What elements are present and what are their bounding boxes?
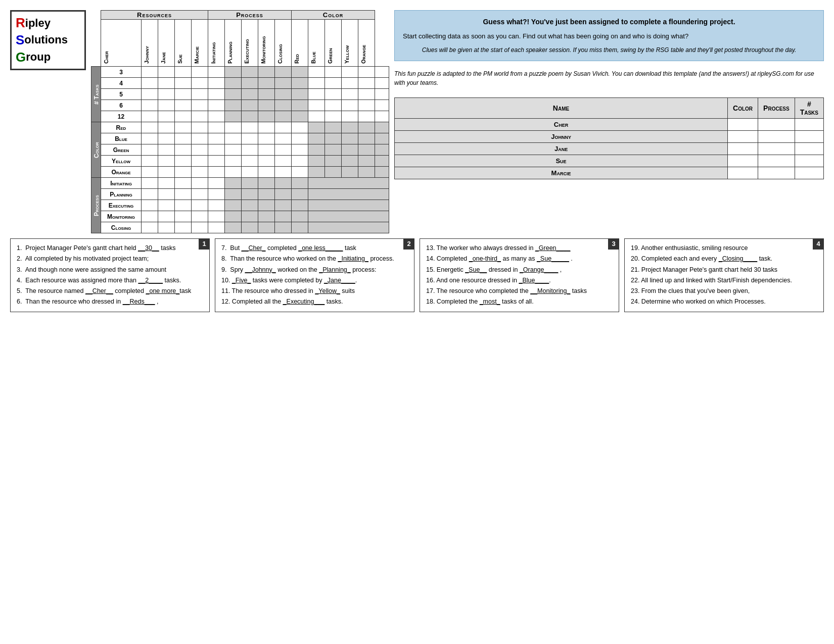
cell[interactable] bbox=[175, 133, 192, 144]
cell[interactable] bbox=[192, 89, 208, 100]
ans-color-sue[interactable] bbox=[728, 155, 758, 167]
cell[interactable] bbox=[142, 144, 158, 156]
cell[interactable] bbox=[208, 178, 225, 189]
cell[interactable] bbox=[158, 133, 175, 144]
cell[interactable] bbox=[242, 122, 258, 133]
cell[interactable] bbox=[175, 167, 192, 178]
cell[interactable] bbox=[275, 144, 292, 156]
cell[interactable] bbox=[158, 122, 175, 133]
ans-process-jane[interactable] bbox=[758, 142, 795, 155]
ans-color-cher[interactable] bbox=[728, 118, 758, 130]
cell[interactable] bbox=[358, 111, 375, 122]
cell[interactable] bbox=[142, 211, 158, 222]
cell[interactable] bbox=[175, 122, 192, 133]
cell[interactable] bbox=[192, 78, 208, 89]
cell[interactable] bbox=[158, 111, 175, 122]
cell[interactable] bbox=[192, 122, 208, 133]
cell[interactable] bbox=[325, 89, 342, 100]
cell[interactable] bbox=[158, 78, 175, 89]
cell[interactable] bbox=[158, 189, 175, 200]
cell[interactable] bbox=[242, 167, 258, 178]
cell[interactable] bbox=[192, 211, 208, 222]
ans-tasks-johnny[interactable] bbox=[795, 130, 823, 142]
cell[interactable] bbox=[342, 78, 358, 89]
cell[interactable] bbox=[308, 78, 325, 89]
cell[interactable] bbox=[375, 67, 389, 78]
cell[interactable] bbox=[175, 178, 192, 189]
cell[interactable] bbox=[158, 178, 175, 189]
cell[interactable] bbox=[208, 89, 225, 100]
cell[interactable] bbox=[292, 156, 308, 167]
cell[interactable] bbox=[242, 144, 258, 156]
cell[interactable] bbox=[142, 122, 158, 133]
cell[interactable] bbox=[192, 133, 208, 144]
cell[interactable] bbox=[142, 100, 158, 111]
cell[interactable] bbox=[275, 133, 292, 144]
cell[interactable] bbox=[258, 144, 275, 156]
cell[interactable] bbox=[208, 133, 225, 144]
cell[interactable] bbox=[175, 100, 192, 111]
ans-process-marcie[interactable] bbox=[758, 167, 795, 179]
cell[interactable] bbox=[158, 89, 175, 100]
cell[interactable] bbox=[142, 89, 158, 100]
cell[interactable] bbox=[175, 211, 192, 222]
cell[interactable] bbox=[242, 133, 258, 144]
cell[interactable] bbox=[192, 200, 208, 211]
cell[interactable] bbox=[375, 89, 389, 100]
cell[interactable] bbox=[175, 67, 192, 78]
cell[interactable] bbox=[192, 189, 208, 200]
cell[interactable] bbox=[208, 144, 225, 156]
cell[interactable] bbox=[175, 156, 192, 167]
cell[interactable] bbox=[175, 89, 192, 100]
cell[interactable] bbox=[258, 167, 275, 178]
ans-tasks-cher[interactable] bbox=[795, 118, 823, 130]
cell[interactable] bbox=[192, 67, 208, 78]
cell[interactable] bbox=[308, 100, 325, 111]
cell[interactable] bbox=[208, 167, 225, 178]
cell[interactable] bbox=[275, 122, 292, 133]
cell[interactable] bbox=[158, 144, 175, 156]
cell[interactable] bbox=[208, 189, 225, 200]
cell[interactable] bbox=[292, 133, 308, 144]
ans-process-johnny[interactable] bbox=[758, 130, 795, 142]
cell[interactable] bbox=[142, 156, 158, 167]
cell[interactable] bbox=[292, 167, 308, 178]
cell[interactable] bbox=[375, 111, 389, 122]
cell[interactable] bbox=[258, 133, 275, 144]
cell[interactable] bbox=[292, 122, 308, 133]
cell[interactable] bbox=[258, 156, 275, 167]
cell[interactable] bbox=[142, 133, 158, 144]
cell[interactable] bbox=[192, 167, 208, 178]
cell[interactable] bbox=[192, 111, 208, 122]
cell[interactable] bbox=[158, 222, 175, 233]
cell[interactable] bbox=[308, 111, 325, 122]
cell[interactable] bbox=[142, 78, 158, 89]
cell[interactable] bbox=[342, 100, 358, 111]
cell[interactable] bbox=[208, 200, 225, 211]
cell[interactable] bbox=[242, 156, 258, 167]
cell[interactable] bbox=[358, 100, 375, 111]
cell[interactable] bbox=[142, 178, 158, 189]
ans-tasks-marcie[interactable] bbox=[795, 167, 823, 179]
cell[interactable] bbox=[208, 222, 225, 233]
cell[interactable] bbox=[375, 78, 389, 89]
cell[interactable] bbox=[358, 89, 375, 100]
cell[interactable] bbox=[175, 111, 192, 122]
cell[interactable] bbox=[142, 167, 158, 178]
ans-color-marcie[interactable] bbox=[728, 167, 758, 179]
cell[interactable] bbox=[192, 144, 208, 156]
cell[interactable] bbox=[225, 122, 242, 133]
cell[interactable] bbox=[208, 100, 225, 111]
cell[interactable] bbox=[175, 78, 192, 89]
cell[interactable] bbox=[325, 78, 342, 89]
cell[interactable] bbox=[158, 100, 175, 111]
cell[interactable] bbox=[192, 178, 208, 189]
cell[interactable] bbox=[342, 111, 358, 122]
cell[interactable] bbox=[192, 156, 208, 167]
cell[interactable] bbox=[342, 89, 358, 100]
cell[interactable] bbox=[308, 89, 325, 100]
cell[interactable] bbox=[158, 200, 175, 211]
cell[interactable] bbox=[142, 189, 158, 200]
cell[interactable] bbox=[342, 67, 358, 78]
cell[interactable] bbox=[208, 156, 225, 167]
